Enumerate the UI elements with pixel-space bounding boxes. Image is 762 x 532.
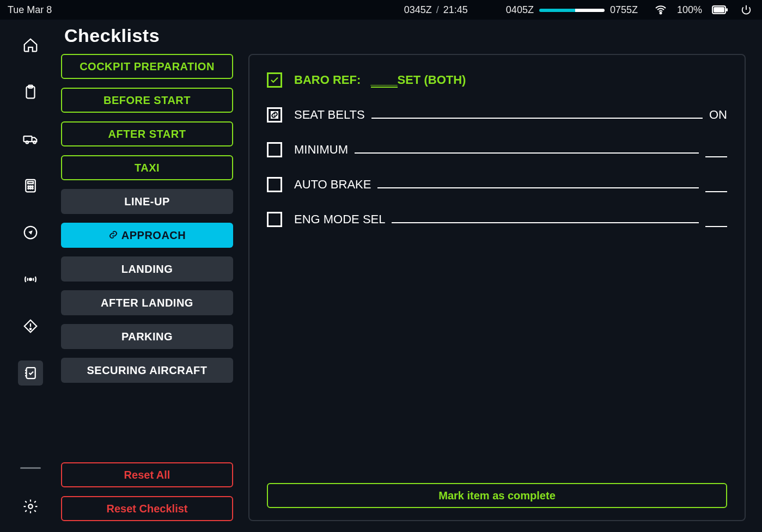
svg-point-8 [33,141,36,144]
item-divider-line [371,118,703,119]
status-flight-start: 0405Z [506,4,534,16]
svg-point-12 [30,186,31,187]
checklist-line-up[interactable]: LINE-UP [61,189,233,214]
battery-icon [712,5,728,14]
status-local-time: 21:45 [443,4,468,16]
status-utc: 0345Z [404,4,432,16]
svg-point-14 [28,188,29,189]
power-icon[interactable] [740,4,752,16]
checkbox-linked-icon [267,107,282,123]
checklist-after-start[interactable]: AFTER START [61,121,233,146]
status-progress-bar [539,9,605,12]
svg-point-7 [26,141,29,144]
nav-home-icon[interactable] [18,33,43,58]
nav-warning-icon[interactable] [18,314,43,339]
nav-checklist-icon[interactable] [18,360,43,386]
checklist-taxi[interactable]: TAXI [61,155,233,180]
checkbox-empty-icon [267,177,282,192]
svg-point-16 [32,188,33,189]
status-bar: Tue Mar 8 0345Z / 21:45 0405Z 0755Z 100% [0,0,762,20]
nav-radio-icon[interactable] [18,267,43,292]
item-divider-line [377,187,699,188]
checkbox-empty-icon [267,142,282,157]
nav-clipboard-icon[interactable] [18,80,43,105]
checklist-item[interactable]: SEAT BELTS ON [267,107,727,123]
svg-rect-22 [270,111,279,119]
svg-rect-2 [714,7,724,13]
svg-point-18 [29,278,32,280]
checklist-landing[interactable]: LANDING [61,256,233,282]
item-label: MINIMUM [294,143,348,157]
mark-complete-button[interactable]: Mark item as complete [267,483,727,508]
nav-truck-icon[interactable] [18,126,43,151]
item-value [705,142,727,157]
status-date: Tue Mar 8 [8,4,52,16]
checklist-cockpit-preparation[interactable]: COCKPIT PREPARATION [61,54,233,79]
status-separator: / [436,4,439,16]
checklist-item[interactable]: ENG MODE SEL [267,212,727,227]
sidebar [0,20,61,532]
checklist-item[interactable]: BARO REF: ____SET (BOTH) [267,72,727,88]
nav-calculator-icon[interactable] [18,173,43,198]
checkbox-empty-icon [267,212,282,227]
checklist-items-panel: BARO REF: ____SET (BOTH) SEAT BELTS ON [248,54,746,521]
item-divider-line [355,152,699,154]
checklist-securing-aircraft[interactable]: SECURING AIRCRAFT [61,358,233,383]
checklist-item[interactable]: AUTO BRAKE [267,177,727,192]
item-label: BARO REF: ____SET (BOTH) [294,73,466,87]
checklist-item[interactable]: MINIMUM [267,142,727,157]
sidebar-separator [20,467,41,469]
svg-point-19 [30,328,32,330]
checklist-list: COCKPIT PREPARATION BEFORE START AFTER S… [61,54,233,521]
svg-point-0 [660,13,661,14]
item-value [705,177,727,192]
link-icon [108,230,118,242]
checklist-before-start[interactable]: BEFORE START [61,88,233,113]
reset-all-button[interactable]: Reset All [61,462,233,487]
checklist-parking[interactable]: PARKING [61,324,233,349]
page-title: Checklists [64,25,746,46]
item-value: ON [709,108,727,122]
svg-point-11 [28,186,29,187]
item-divider-line [392,222,699,223]
svg-rect-3 [726,8,728,11]
checklist-approach[interactable]: APPROACH [61,223,233,248]
nav-settings-icon[interactable] [18,494,43,519]
nav-compass-icon[interactable] [18,220,43,245]
item-label: AUTO BRAKE [294,178,371,192]
svg-rect-20 [27,368,35,378]
wifi-icon [654,3,667,16]
checkbox-checked-icon [267,72,282,88]
item-label: ENG MODE SEL [294,212,385,227]
svg-point-13 [32,186,33,187]
reset-checklist-button[interactable]: Reset Checklist [61,496,233,521]
svg-rect-10 [28,182,33,184]
item-label: SEAT BELTS [294,108,365,122]
svg-point-21 [28,504,33,509]
svg-point-15 [30,188,31,189]
item-value [705,212,727,227]
checklist-after-landing[interactable]: AFTER LANDING [61,290,233,315]
status-flight-end: 0755Z [610,4,638,16]
status-battery-pct: 100% [677,4,702,16]
